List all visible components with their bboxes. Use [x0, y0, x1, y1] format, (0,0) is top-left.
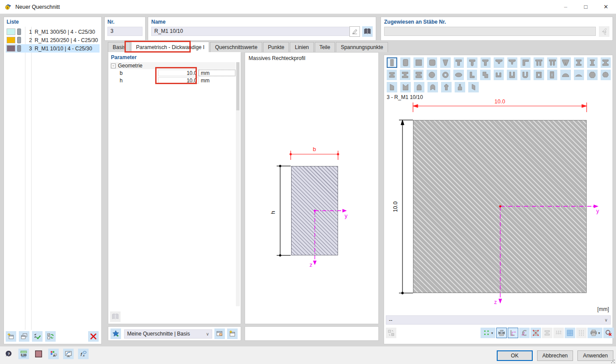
show-table-icon[interactable] [565, 328, 575, 338]
shape-sail[interactable] [387, 82, 397, 92]
name-field[interactable]: R_M1 10/10 [151, 27, 352, 36]
help-icon[interactable]: ? [4, 349, 14, 359]
shape-circle[interactable] [427, 70, 437, 80]
shape-channel-rounded[interactable] [520, 70, 531, 80]
shape-tee-tapered[interactable] [481, 57, 491, 68]
delete-item-icon[interactable] [88, 331, 99, 342]
shape-arch-notched[interactable] [427, 82, 438, 92]
minimize-button[interactable]: – [555, 0, 576, 14]
show-dimensions-icon[interactable]: 100 [496, 328, 507, 338]
list-item[interactable]: 2R_M1 250/250 | 4 - C25/30 [6, 36, 100, 44]
shape-semicircle[interactable] [560, 70, 570, 80]
shape-z-section[interactable] [480, 70, 490, 80]
shape-i-tapered[interactable] [601, 57, 611, 68]
material-color-icon[interactable] [33, 349, 44, 359]
show-stress-points-icon[interactable] [531, 328, 541, 338]
parameter-unit[interactable]: mm [199, 70, 235, 76]
shape-box[interactable] [534, 70, 544, 80]
shape-hat[interactable] [494, 57, 504, 68]
dropdown-arrow-icon[interactable]: ▾ [491, 331, 493, 335]
tab-teile[interactable]: Teile [315, 42, 335, 52]
select-all-icon[interactable] [32, 331, 43, 342]
cancel-button[interactable]: Abbrechen [537, 350, 573, 361]
shape-hat-rounded[interactable] [507, 57, 517, 68]
edit-name-icon[interactable] [349, 26, 360, 37]
shape-box-narrow[interactable] [547, 70, 557, 80]
shape-cross-bottle[interactable] [441, 82, 452, 92]
tab-parametrisch-dickwandige-i[interactable]: Parametrisch - Dickwandige I [131, 42, 209, 52]
parameter-unit[interactable]: mm [199, 77, 235, 84]
shape-polygon[interactable] [601, 70, 611, 80]
shape-arch[interactable] [414, 82, 424, 92]
show-shear-center-icon[interactable]: sc [519, 328, 530, 338]
tab-spannungspunkte[interactable]: Spannungspunkte [336, 42, 388, 52]
shape-double-tee[interactable] [534, 57, 544, 68]
shape-rounded-rectangle[interactable] [400, 57, 410, 68]
preview-combobox[interactable]: -- ∨ [386, 315, 611, 325]
tab-querschnittswerte[interactable]: Querschnittswerte [210, 42, 262, 52]
nr-field[interactable]: 3 [107, 27, 142, 36]
show-numbering-icon: 1 2 3 [553, 328, 564, 338]
favorites-combobox[interactable]: Meine Querschnitte | Basis ∨ [124, 329, 212, 339]
shape-bottle[interactable] [455, 82, 465, 92]
shape-i-section[interactable] [574, 57, 584, 68]
shape-tee[interactable] [454, 57, 464, 68]
shape-channel-small[interactable] [494, 70, 504, 80]
tree-group-geometrie[interactable]: −Geometrie [110, 62, 235, 69]
parameter-value-input[interactable]: 10.0 [158, 77, 199, 84]
copy-item-icon[interactable] [19, 331, 29, 342]
tab-punkte[interactable]: Punkte [263, 42, 289, 52]
shape-rectangle[interactable] [387, 57, 397, 68]
shape-rounded-square[interactable] [427, 57, 437, 68]
apply-button[interactable]: Anwenden [577, 350, 613, 361]
show-axes-icon[interactable] [508, 328, 518, 338]
formula-icon[interactable]: fx [78, 349, 89, 359]
ok-button[interactable]: OK [497, 350, 533, 361]
section-library-icon[interactable] [362, 26, 373, 37]
shape-i-short[interactable] [387, 70, 397, 80]
shape-ellipse[interactable] [453, 70, 463, 80]
close-button[interactable]: ✕ [596, 0, 616, 14]
parameter-value-input[interactable]: 10.0 [158, 70, 199, 76]
new-item-icon[interactable] [6, 331, 16, 342]
shape-leaf[interactable] [468, 82, 479, 92]
shape-ring[interactable] [440, 70, 450, 80]
shape-corner-tee[interactable] [520, 57, 531, 68]
shape-octagon[interactable] [587, 70, 597, 80]
shape-channel[interactable] [507, 70, 517, 80]
new-favorite-group-icon[interactable] [227, 329, 238, 339]
shape-double-tee-rounded[interactable] [547, 57, 557, 68]
svg-text:sc: sc [522, 333, 524, 336]
list-item[interactable]: 3R_M1 10/10 | 4 - C25/30 [6, 44, 100, 53]
list-item-number: 1 [25, 29, 32, 35]
shape-wedge[interactable] [440, 57, 450, 68]
shape-double-wedge[interactable] [560, 57, 570, 68]
tab-basis[interactable]: Basis [108, 42, 130, 52]
shape-square[interactable] [413, 57, 424, 68]
shape-segment[interactable] [574, 70, 584, 80]
open-favorites-icon[interactable] [214, 329, 225, 339]
preview-combo-value: -- [389, 317, 392, 323]
list-item[interactable]: 1R_M1 300/50 | 4 - C25/30 [6, 28, 100, 36]
invert-selection-icon[interactable] [45, 331, 56, 342]
collapse-icon[interactable]: − [111, 64, 116, 68]
assigned-field[interactable] [384, 27, 596, 36]
shape-angle[interactable] [467, 70, 477, 80]
tab-linien[interactable]: Linien [290, 42, 313, 52]
display-properties-icon[interactable]: A [48, 349, 59, 359]
screen-settings-icon[interactable] [63, 349, 74, 359]
add-to-favorites-icon[interactable] [110, 329, 121, 339]
print-icon[interactable]: ▾ [588, 328, 602, 338]
maximize-button[interactable]: □ [576, 0, 596, 14]
shape-i-heavy[interactable] [413, 70, 424, 80]
parameter-scrollbar[interactable] [236, 62, 240, 306]
shape-notched[interactable] [400, 82, 411, 92]
decimal-places-icon[interactable]: 0,00 [18, 349, 29, 359]
shape-i-wide[interactable] [400, 70, 410, 80]
dropdown-arrow-icon[interactable]: ▾ [598, 331, 600, 335]
points-display-icon[interactable]: ▾ [481, 328, 495, 338]
shape-tee-rounded[interactable] [467, 57, 477, 68]
resize-grip[interactable] [611, 359, 615, 364]
zoom-reset-icon[interactable] [603, 328, 614, 338]
shape-i-section-narrow[interactable] [587, 57, 597, 68]
